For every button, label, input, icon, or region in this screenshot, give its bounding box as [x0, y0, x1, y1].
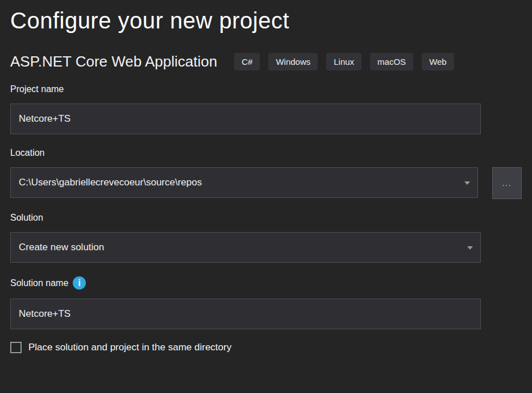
solution-combo[interactable]: Create new solution — [10, 232, 481, 263]
same-directory-row: Place solution and project in the same d… — [10, 342, 522, 353]
tag-macos: macOS — [370, 53, 413, 71]
info-icon[interactable]: i — [73, 276, 86, 289]
tag-web: Web — [422, 53, 454, 71]
chevron-down-icon — [467, 246, 473, 250]
solution-name-label: Solution name i — [10, 276, 522, 289]
solution-name-input[interactable] — [10, 299, 481, 329]
browse-button[interactable]: ... — [492, 167, 522, 199]
location-row: C:\Users\gabriellecrevecoeur\source\repo… — [10, 167, 522, 199]
tag-windows: Windows — [268, 53, 318, 71]
project-name-input[interactable] — [10, 104, 481, 134]
tag-linux: Linux — [326, 53, 361, 71]
template-header: ASP.NET Core Web Application C# Windows … — [10, 53, 522, 71]
tag-csharp: C# — [234, 53, 260, 71]
template-name: ASP.NET Core Web Application — [10, 53, 217, 71]
solution-label: Solution — [10, 213, 522, 223]
solution-value: Create new solution — [19, 242, 104, 253]
template-tags: C# Windows Linux macOS Web — [234, 53, 454, 71]
chevron-down-icon — [464, 181, 470, 185]
same-directory-checkbox[interactable] — [10, 342, 22, 353]
project-name-label: Project name — [10, 84, 522, 94]
location-combo[interactable]: C:\Users\gabriellecrevecoeur\source\repo… — [10, 167, 478, 198]
same-directory-label: Place solution and project in the same d… — [28, 342, 231, 353]
configure-project-dialog: Configure your new project ASP.NET Core … — [0, 0, 532, 353]
page-title: Configure your new project — [10, 8, 522, 34]
location-value: C:\Users\gabriellecrevecoeur\source\repo… — [19, 177, 202, 188]
location-label: Location — [10, 148, 522, 158]
